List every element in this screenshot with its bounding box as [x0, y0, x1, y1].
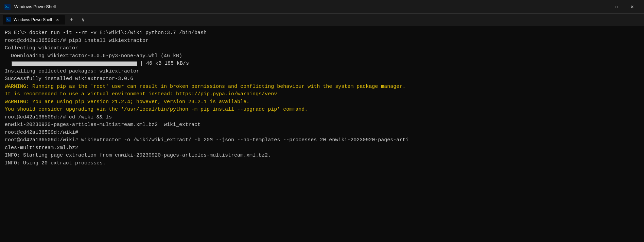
terminal-line: root@cd42a136509d:/# cd /wiki && ls	[5, 114, 639, 122]
progress-bar-line: | 46 kB 185 kB/s	[5, 60, 639, 68]
terminal-line: root@cd42a136509d:/# pip3 install wikiex…	[5, 37, 639, 45]
terminal-line: enwiki-20230920-pages-articles-multistre…	[5, 121, 639, 129]
terminal-line: root@cd42a136509d:/wiki# wikiextractor -…	[5, 136, 639, 144]
terminal-line: WARNING: Running pip as the 'root' user …	[5, 83, 639, 91]
terminal-line: Collecting wikiextractor	[5, 45, 639, 52]
tab-close-button[interactable]: ✕	[55, 17, 60, 22]
terminal-output: PS E:\> docker run -it --rm -v E:\Wiki\:…	[0, 26, 644, 242]
close-button[interactable]: ✕	[624, 1, 640, 12]
tab-bar: Windows PowerShell ✕ + ∨	[0, 14, 644, 26]
terminal-line: It is recommended to use a virtual envir…	[5, 91, 639, 98]
terminal-line: Installing collected packages: wikiextra…	[5, 68, 639, 76]
tab-powershell[interactable]: Windows PowerShell ✕	[3, 15, 65, 25]
progress-bar	[12, 61, 137, 66]
terminal-line: root@cd42a136509d:/wiki#	[5, 129, 639, 137]
minimize-button[interactable]: ─	[593, 1, 609, 12]
app-icon	[4, 3, 11, 10]
terminal-line: Downloading wikiextractor-3.0.6-py3-none…	[5, 52, 639, 60]
terminal-line: INFO: Starting page extraction from enwi…	[5, 152, 639, 160]
tab-icon	[6, 17, 11, 23]
terminal-line: cles-multistream.xml.bz2	[5, 144, 639, 152]
terminal-line: Successfully installed wikiextractor-3.0…	[5, 75, 639, 83]
progress-text: | 46 kB 185 kB/s	[140, 60, 189, 68]
terminal-line: WARNING: You are using pip version 21.2.…	[5, 98, 639, 106]
new-tab-button[interactable]: +	[66, 15, 77, 25]
terminal-line: PS E:\> docker run -it --rm -v E:\Wiki\:…	[5, 29, 639, 37]
window-controls: ─ □ ✕	[593, 1, 640, 12]
window-title: Windows PowerShell	[14, 4, 590, 9]
maximize-button[interactable]: □	[609, 1, 624, 12]
title-bar: Windows PowerShell ─ □ ✕	[0, 0, 644, 14]
tab-label: Windows PowerShell	[14, 17, 52, 22]
terminal-line: You should consider upgrading via the '/…	[5, 106, 639, 114]
progress-bar-fill	[12, 62, 137, 66]
tab-dropdown-button[interactable]: ∨	[79, 15, 88, 25]
svg-rect-1	[6, 17, 11, 22]
svg-rect-0	[4, 4, 11, 10]
terminal-line: INFO: Using 20 extract processes.	[5, 160, 639, 167]
